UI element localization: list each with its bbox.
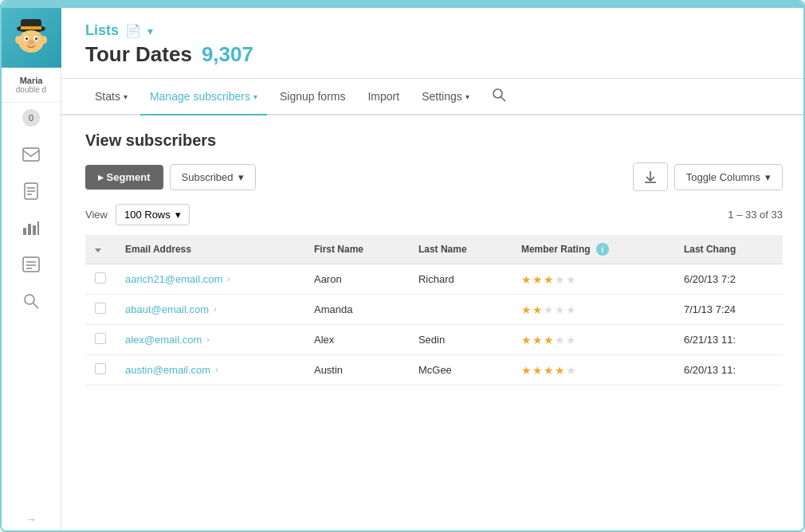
td-rating-1: ★★★★★ [512, 295, 674, 325]
td-last-name-0: Richard [409, 264, 512, 295]
th-last-changed-label: Last Chang [684, 244, 736, 255]
star-empty: ★ [566, 303, 576, 316]
td-email-3: austin@email.com › [116, 355, 304, 385]
td-first-name-1: Amanda [304, 295, 409, 325]
star-empty: ★ [566, 364, 576, 377]
sidebar-badge[interactable]: 0 [22, 109, 40, 127]
th-sort-indicator [95, 248, 101, 252]
document-icon[interactable] [16, 176, 46, 206]
star-filled: ★ [532, 273, 543, 286]
star-filled: ★ [555, 364, 565, 377]
envelope-icon[interactable] [16, 139, 46, 170]
view-subscribers-title: View subscribers [85, 131, 783, 150]
svg-rect-17 [28, 224, 31, 235]
svg-rect-19 [37, 221, 39, 235]
email-value-0[interactable]: aarich21@email.com [125, 273, 222, 285]
th-email: Email Address [116, 235, 304, 264]
segment-button[interactable]: ▸ Segment [85, 165, 163, 190]
email-chevron-2: › [206, 335, 209, 344]
nav-item-signup-forms[interactable]: Signup forms [270, 79, 355, 115]
nav-bar: Stats ▾ Manage subscribers ▾ Signup form… [61, 79, 805, 115]
nav-settings-caret: ▾ [465, 92, 469, 101]
email-value-1[interactable]: abaut@email.com [125, 303, 209, 315]
pagination-text: 1 – 33 of 33 [728, 209, 783, 221]
row-checkbox-0[interactable] [95, 272, 106, 284]
toolbar-left: ▸ Segment Subscribed ▾ [85, 164, 256, 190]
breadcrumb: Lists 📄 ▾ [85, 22, 783, 39]
td-email-0: aarich21@email.com › [116, 264, 304, 295]
td-first-name-3: Austin [304, 355, 409, 385]
th-checkbox [85, 235, 116, 264]
download-button[interactable] [633, 162, 668, 191]
svg-rect-20 [23, 257, 39, 272]
email-chevron-1: › [214, 305, 216, 314]
svg-rect-16 [23, 228, 26, 235]
sidebar-logo [2, 8, 61, 68]
sidebar-user: Maria double d [2, 68, 61, 103]
email-value-3[interactable]: austin@email.com [125, 364, 210, 376]
breadcrumb-text[interactable]: Lists [85, 22, 119, 39]
stars-3: ★★★★★ [521, 364, 665, 377]
th-first-name: First Name [304, 235, 409, 264]
chart-icon[interactable] [16, 213, 46, 243]
row-checkbox-2[interactable] [95, 333, 106, 344]
toolbar-right: Toggle Columns ▾ [633, 162, 783, 191]
th-email-label: Email Address [125, 244, 191, 255]
stars-2: ★★★★★ [521, 334, 665, 346]
toggle-columns-button[interactable]: Toggle Columns ▾ [674, 164, 783, 190]
nav-item-stats[interactable]: Stats ▾ [85, 79, 137, 115]
td-last-changed-0: 6/20/13 7:2 [674, 264, 783, 295]
td-rating-2: ★★★★★ [512, 325, 674, 355]
star-filled: ★ [544, 334, 554, 346]
star-empty: ★ [544, 303, 554, 316]
nav-stats-label: Stats [95, 90, 120, 103]
rows-label: 100 Rows [124, 209, 171, 221]
td-email-2: alex@email.com › [116, 325, 304, 355]
sidebar-bottom-arrow[interactable]: → [26, 505, 37, 532]
toggle-columns-caret: ▾ [765, 171, 771, 183]
td-last-changed-3: 6/20/13 11: [674, 355, 783, 385]
th-member-rating: Member Rating i [512, 235, 674, 264]
table-header-row: Email Address First Name Last Name Membe… [85, 235, 783, 264]
star-empty: ★ [555, 334, 565, 346]
svg-rect-11 [23, 148, 39, 161]
search-sidebar-icon[interactable] [16, 286, 46, 316]
td-last-name-3: McGee [409, 355, 512, 385]
nav-settings-label: Settings [422, 90, 462, 103]
star-filled: ★ [544, 273, 554, 286]
nav-item-manage-subscribers[interactable]: Manage subscribers ▾ [140, 79, 267, 115]
td-last-changed-1: 7/1/13 7:24 [674, 295, 783, 325]
nav-item-settings[interactable]: Settings ▾ [412, 79, 479, 115]
email-chevron-0: › [227, 275, 230, 284]
main-layout: Maria double d 0 [2, 8, 805, 532]
td-rating-3: ★★★★★ [512, 355, 674, 385]
svg-point-7 [35, 37, 37, 40]
star-empty: ★ [566, 334, 576, 346]
toggle-columns-label: Toggle Columns [686, 171, 760, 183]
td-rating-0: ★★★★★ [512, 264, 674, 295]
svg-point-6 [26, 37, 28, 40]
rows-caret: ▾ [175, 209, 181, 221]
breadcrumb-doc-icon: 📄 [125, 23, 141, 38]
svg-line-25 [33, 303, 38, 308]
row-checkbox-3[interactable] [95, 363, 106, 374]
table-body: aarich21@email.com › Aaron Richard ★★★★★… [85, 264, 783, 385]
email-value-2[interactable]: alex@email.com [125, 334, 202, 346]
subscribers-table: Email Address First Name Last Name Membe… [85, 235, 783, 385]
th-rating-label: Member Rating [521, 244, 591, 255]
nav-item-import[interactable]: Import [358, 79, 409, 115]
nav-search-icon[interactable] [485, 88, 512, 105]
row-checkbox-1[interactable] [95, 303, 106, 314]
table-row: aarich21@email.com › Aaron Richard ★★★★★… [85, 264, 783, 295]
breadcrumb-arrow[interactable]: ▾ [147, 25, 153, 37]
page-header: Lists 📄 ▾ Tour Dates 9,307 [61, 8, 805, 79]
campaigns-icon[interactable] [16, 249, 46, 280]
subscribed-button[interactable]: Subscribed ▾ [170, 164, 256, 190]
svg-line-27 [501, 97, 505, 102]
star-empty: ★ [555, 303, 565, 316]
table-row: alex@email.com › Alex Sedin ★★★★★ 6/21/1… [85, 325, 783, 355]
td-email-1: abaut@email.com › [116, 295, 304, 325]
view-label: View [85, 209, 108, 221]
rating-info-icon[interactable]: i [596, 243, 609, 256]
rows-select-button[interactable]: 100 Rows ▾ [116, 204, 190, 225]
